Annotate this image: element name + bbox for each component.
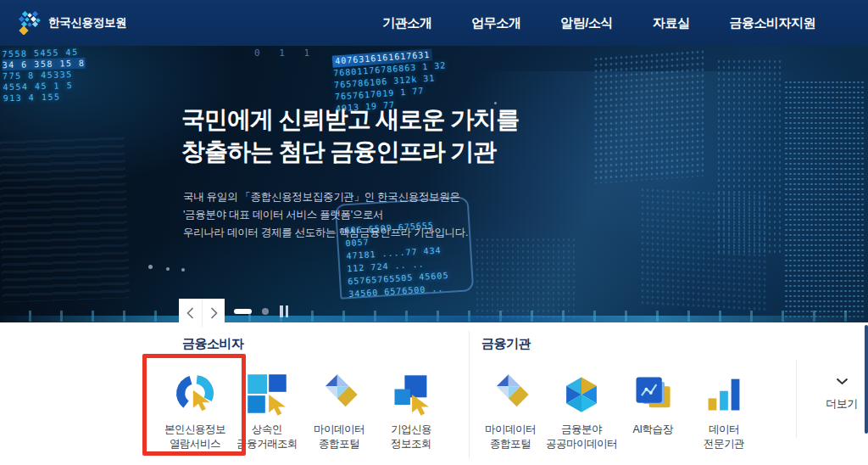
mydata-portal-icon	[317, 372, 361, 416]
more-divider	[796, 360, 797, 438]
service-item-data-agency[interactable]: 데이터 전문기관	[688, 372, 760, 451]
hero-title: 국민에게 신뢰받고 새로운 가치를 창출하는 첨단 금융인프라 기관	[181, 104, 519, 168]
public-mydata-icon	[559, 372, 604, 416]
more-button[interactable]: 더보기	[814, 373, 868, 412]
hero-bg-dot	[148, 265, 153, 269]
carousel-pause-button[interactable]	[280, 305, 290, 317]
chevron-right-icon	[210, 307, 218, 319]
service-item-label: 금융분야 공공마이데이터	[546, 423, 617, 451]
service-item-label: 데이터 전문기관	[688, 423, 760, 451]
service-item-label: AI학습장	[617, 423, 688, 437]
nav-item-news[interactable]: 알림/소식	[560, 15, 613, 31]
brand-name: 한국신용정보원	[48, 15, 126, 31]
hero-bg-digits-topleft: 7558 5455 45 34 6 358 15 8 775 8 45335 4…	[2, 47, 86, 104]
scrollbar-thumb[interactable]	[865, 325, 868, 434]
service-item-ai-learning[interactable]: AI학습장	[617, 372, 688, 451]
nav-item-about[interactable]: 기관소개	[382, 15, 431, 31]
consumer-section-heading: 금융소비자	[182, 336, 244, 352]
mydata-portal-icon	[488, 372, 532, 416]
hero-bg-binary: 0 1 1	[254, 48, 316, 59]
inheritance-inquiry-icon	[245, 372, 289, 416]
data-agency-icon	[702, 372, 746, 416]
hero-bg-dot	[166, 267, 170, 271]
chevron-left-icon	[186, 307, 194, 319]
hero-bg-glow-band	[0, 316, 868, 322]
section-divider	[469, 331, 470, 458]
service-item-mydata-portal[interactable]: 마이데이터 종합포털	[305, 372, 373, 451]
service-item-label: 마이데이터 종합포털	[305, 423, 373, 451]
more-button-label: 더보기	[814, 396, 868, 412]
hero-description: 국내 유일의 「종합신용정보집중기관」인 한국신용정보원은 '금융분야 대표 데…	[183, 188, 468, 242]
top-navigation-bar: 한국신용정보원 기관소개 업무소개 알림/소식 자료실 금융소비자지원	[0, 0, 868, 46]
corporate-credit-icon	[389, 372, 433, 416]
ai-learning-icon	[631, 372, 675, 416]
nav-item-business[interactable]: 업무소개	[471, 15, 520, 31]
kcis-logo-icon	[15, 11, 41, 35]
service-item-mydata-portal-inst[interactable]: 마이데이터 종합포털	[475, 372, 546, 451]
chevron-down-icon	[836, 378, 849, 385]
institution-section-heading: 금융기관	[481, 336, 531, 352]
carousel-indicator-inactive[interactable]	[262, 308, 269, 315]
service-item-corporate-credit[interactable]: 기업신용 정보조회	[377, 372, 445, 451]
carousel-indicator-active[interactable]	[234, 309, 252, 314]
carousel-prev-button[interactable]	[179, 299, 202, 328]
brand-logo[interactable]: 한국신용정보원	[15, 11, 126, 35]
service-item-label: 마이데이터 종합포털	[475, 423, 546, 451]
carousel-controls	[179, 299, 225, 328]
quick-services-section: 금융소비자 금융기관 본인신용정보 열람서비스 상속인 금	[0, 322, 868, 465]
hero-bg-server-rack	[0, 137, 130, 302]
service-item-label: 기업신용 정보조회	[377, 423, 445, 451]
hero-bg-dot	[181, 268, 185, 272]
service-item-public-mydata[interactable]: 금융분야 공공마이데이터	[546, 372, 617, 451]
institution-service-list: 마이데이터 종합포털 금융분야 공공마이데이터	[475, 372, 760, 451]
nav-item-library[interactable]: 자료실	[653, 15, 690, 31]
carousel-next-button[interactable]	[202, 299, 225, 328]
nav-item-consumer-support[interactable]: 금융소비자지원	[730, 15, 816, 31]
hero-banner: 7558 5455 45 34 6 358 15 8 775 8 45335 4…	[0, 46, 868, 322]
highlight-annotation-box	[142, 354, 246, 456]
main-menu: 기관소개 업무소개 알림/소식 자료실 금융소비자지원	[382, 0, 815, 46]
